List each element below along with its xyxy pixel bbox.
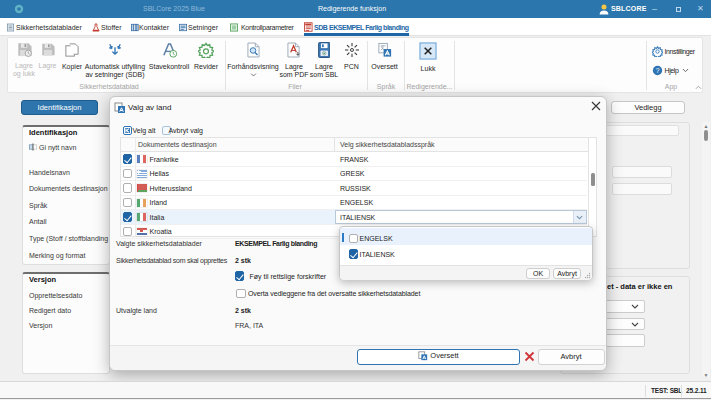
svg-text:?: ?	[656, 67, 660, 74]
